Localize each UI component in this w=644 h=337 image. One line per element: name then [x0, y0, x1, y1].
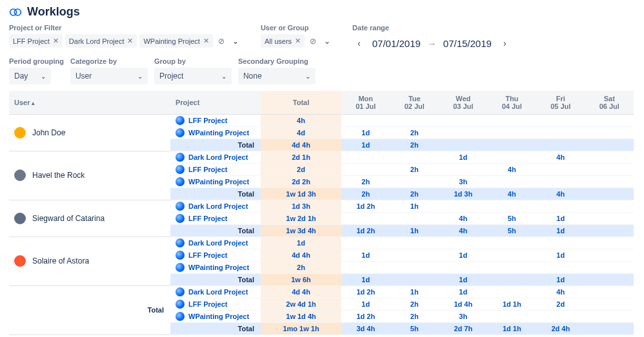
value-cell[interactable]: 1d	[341, 298, 390, 310]
remove-chip-icon[interactable]: ✕	[127, 37, 133, 45]
project-link[interactable]: LFF Project	[188, 215, 228, 222]
value-cell[interactable]: 1d	[439, 285, 488, 298]
period-grouping-select[interactable]: Day⌄	[9, 68, 51, 84]
value-cell	[585, 298, 634, 310]
project-link[interactable]: LFF Project	[188, 117, 228, 124]
value-cell[interactable]: 1d	[536, 212, 585, 224]
value-cell	[488, 249, 537, 261]
categorize-by-select[interactable]: User⌄	[70, 68, 148, 84]
project-link[interactable]: LFF Project	[188, 251, 228, 259]
chevron-down-icon[interactable]: ⌄	[230, 37, 241, 46]
value-cell[interactable]: 1d	[439, 249, 488, 261]
value-cell[interactable]: 5h	[488, 212, 537, 224]
project-chip[interactable]: LFF Project✕	[9, 34, 63, 48]
value-cell[interactable]: 2h	[390, 298, 439, 310]
project-chip[interactable]: WPainting Project✕	[139, 34, 212, 48]
secondary-grouping-select[interactable]: None⌄	[238, 68, 316, 84]
project-disk-icon	[176, 128, 185, 137]
worklog-table: User Project Total Mon01 Jul Tue02 Jul W…	[9, 91, 634, 335]
project-cell[interactable]: Dark Lord Project	[170, 285, 261, 298]
project-disk-icon	[176, 287, 185, 296]
col-day[interactable]: Tue02 Jul	[390, 91, 439, 114]
value-cell[interactable]: 1d 2h	[341, 200, 390, 212]
date-from[interactable]: 07/01/2019	[372, 38, 421, 49]
project-link[interactable]: WPainting Project	[188, 129, 249, 137]
value-cell[interactable]: 1d	[341, 249, 390, 261]
col-day[interactable]: Wed03 Jul	[439, 91, 488, 114]
value-cell[interactable]: 4h	[536, 151, 585, 163]
value-cell	[488, 126, 537, 139]
value-cell[interactable]: 2h	[390, 310, 439, 322]
value-cell	[341, 212, 390, 224]
data-row: Solaire of AstoraDark Lord Project1d	[9, 236, 634, 249]
prev-range-button[interactable]: ‹	[352, 35, 366, 51]
project-link[interactable]: Dark Lord Project	[188, 288, 248, 296]
value-cell[interactable]: 1d 1h	[488, 298, 537, 310]
project-cell[interactable]: WPainting Project	[170, 126, 261, 139]
clear-users-icon[interactable]: ⊘	[307, 37, 319, 46]
value-cell[interactable]: 1d 2h	[341, 285, 390, 298]
project-cell[interactable]: LFF Project	[170, 212, 261, 224]
value-cell[interactable]: 4h	[488, 163, 537, 175]
user-chip[interactable]: All users✕	[261, 34, 305, 48]
project-link[interactable]: Dark Lord Project	[188, 239, 248, 247]
col-total[interactable]: Total	[261, 91, 341, 114]
value-cell[interactable]: 1d 4h	[439, 298, 488, 310]
subtotal-value	[390, 273, 439, 285]
project-chip[interactable]: Dark Lord Project✕	[65, 34, 137, 48]
project-cell[interactable]: WPainting Project	[170, 261, 261, 273]
chevron-down-icon[interactable]: ⌄	[321, 37, 333, 46]
col-day[interactable]: Mon01 Jul	[341, 91, 390, 114]
value-cell[interactable]: 4h	[439, 212, 488, 224]
value-cell[interactable]: 2d	[536, 298, 585, 310]
project-cell[interactable]: LFF Project	[170, 163, 261, 175]
user-chips[interactable]: All users✕ ⊘ ⌄	[261, 34, 333, 48]
pager: Prev 1 Next	[0, 335, 644, 338]
project-cell[interactable]: LFF Project	[170, 298, 261, 310]
value-cell[interactable]: 1d	[439, 151, 488, 163]
value-cell[interactable]: 1h	[390, 200, 439, 212]
value-cell[interactable]: 1d 2h	[341, 310, 390, 322]
group-by-select[interactable]: Project⌄	[154, 68, 232, 84]
col-day[interactable]: Sat06 Jul	[585, 91, 634, 114]
project-chips[interactable]: LFF Project✕ Dark Lord Project✕ WPaintin…	[9, 34, 241, 48]
value-cell[interactable]: 2h	[390, 163, 439, 175]
project-link[interactable]: Dark Lord Project	[188, 153, 248, 161]
col-user[interactable]: User	[9, 91, 170, 114]
col-project[interactable]: Project	[170, 91, 261, 114]
subtotal-value: 1d 2h	[341, 224, 390, 236]
project-link[interactable]: WPainting Project	[188, 264, 249, 271]
project-cell[interactable]: LFF Project	[170, 114, 261, 126]
value-cell[interactable]: 1d	[536, 249, 585, 261]
value-cell[interactable]: 1h	[390, 285, 439, 298]
project-link[interactable]: WPainting Project	[188, 178, 249, 186]
value-cell	[536, 114, 585, 126]
remove-chip-icon[interactable]: ✕	[295, 37, 301, 45]
col-day[interactable]: Thu04 Jul	[488, 91, 537, 114]
project-link[interactable]: Dark Lord Project	[188, 202, 248, 210]
project-cell[interactable]: Dark Lord Project	[170, 151, 261, 163]
value-cell[interactable]: 3h	[439, 175, 488, 188]
project-cell[interactable]: Dark Lord Project	[170, 200, 261, 212]
data-row: John DoeLFF Project4h	[9, 114, 634, 126]
project-cell[interactable]: WPainting Project	[170, 310, 261, 322]
value-cell[interactable]: 1d	[341, 126, 390, 139]
value-cell[interactable]: 2h	[390, 126, 439, 139]
project-cell[interactable]: LFF Project	[170, 249, 261, 261]
remove-chip-icon[interactable]: ✕	[203, 37, 209, 45]
value-cell[interactable]: 3h	[439, 310, 488, 322]
value-cell[interactable]: 2h	[341, 175, 390, 188]
project-link[interactable]: WPainting Project	[188, 313, 249, 320]
project-cell[interactable]: Dark Lord Project	[170, 236, 261, 249]
project-link[interactable]: LFF Project	[188, 166, 228, 173]
date-to[interactable]: 07/15/2019	[443, 38, 492, 49]
col-day[interactable]: Fri05 Jul	[536, 91, 585, 114]
project-cell[interactable]: WPainting Project	[170, 175, 261, 188]
value-cell[interactable]: 4h	[536, 285, 585, 298]
project-link[interactable]: LFF Project	[188, 300, 228, 308]
subtotal-value: 1d	[341, 273, 390, 285]
clear-projects-icon[interactable]: ⊘	[216, 37, 227, 46]
remove-chip-icon[interactable]: ✕	[53, 37, 59, 45]
next-range-button[interactable]: ›	[498, 35, 512, 51]
page-title: Worklogs	[27, 5, 80, 19]
